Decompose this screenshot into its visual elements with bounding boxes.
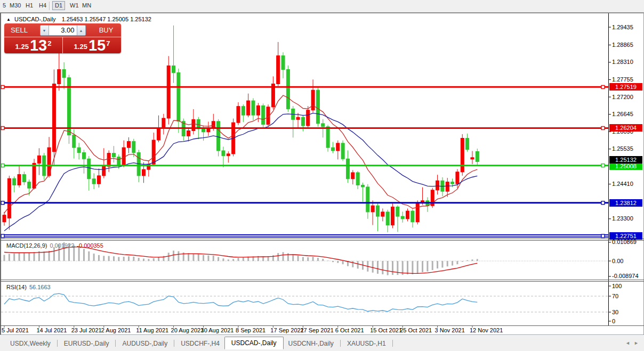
price-line-badge: 1.27519 — [609, 83, 642, 91]
price-axis-tick: 1.28865 — [612, 42, 633, 48]
tab-scroll-right-icon[interactable]: ► — [634, 340, 639, 346]
price-line-badge: 1.26204 — [609, 124, 642, 132]
rsi-value: 56.1663 — [29, 284, 51, 290]
price-line-badge: 1.23812 — [609, 199, 642, 207]
rsi-axis-tick: 30 — [612, 309, 618, 315]
time-axis-tick: 23 Jul 2021 — [71, 327, 102, 333]
rsi-axis-tick: 100 — [612, 283, 622, 289]
time-axis-tick: 8 Sep 2021 — [236, 327, 265, 333]
time-axis-tick: 2 Aug 2021 — [101, 327, 131, 333]
time-axis-tick: 30 Aug 2021 — [201, 327, 234, 333]
volume-increase-button[interactable]: ▲ — [77, 25, 86, 36]
panel-separator[interactable] — [0, 239, 644, 239]
chart-tab-bar: USDX,Weekly EURUSD-,Daily AUDUSD-,Daily … — [0, 336, 644, 351]
tab-usdcnh-daily[interactable]: USDCNH-,Daily — [284, 338, 339, 349]
sell-price-display[interactable]: 1.25 13 2 — [4, 37, 63, 53]
sell-button[interactable]: SELL — [4, 26, 34, 34]
chart-symbol-label: USDCAD-,Daily — [14, 16, 56, 22]
time-axis-tick: 12 Nov 2021 — [470, 327, 503, 333]
sell-price-base: 1.25 — [15, 43, 29, 51]
panel-separator[interactable] — [0, 280, 644, 280]
rsi-axis-tick: 70 — [612, 293, 618, 299]
buy-price-pip: 7 — [106, 39, 110, 47]
macd-name: MACD(12,26,9) — [6, 242, 47, 249]
price-line-badge: 1.25132 — [609, 156, 642, 164]
volume-decrease-button[interactable]: ▼ — [40, 25, 49, 36]
time-axis-tick: 25 Oct 2021 — [400, 327, 432, 333]
sell-price-big: 13 — [30, 38, 47, 52]
time-axis-tick: 3 Nov 2021 — [435, 327, 465, 333]
tab-xauusd-h1[interactable]: XAUUSD-,H1 — [342, 338, 391, 349]
tab-eurusd-daily[interactable]: EURUSD-,Daily — [59, 338, 114, 349]
time-axis-tick: 14 Jul 2021 — [36, 327, 67, 333]
chart-ohlc-values: 1.25453 1.25547 1.25005 1.25132 — [62, 16, 151, 22]
price-axis-tick: 1.29435 — [612, 24, 633, 30]
time-axis-tick: 20 Aug 2021 — [171, 327, 204, 333]
macd-axis-tick: 0.00 — [612, 258, 623, 264]
time-axis-tick: 17 Sep 2021 — [270, 327, 303, 333]
tab-scroll-left-icon[interactable]: ◄ — [625, 340, 630, 346]
price-axis-tick: 1.28310 — [612, 59, 633, 65]
tab-usdchf-h4[interactable]: USDCHF-,H4 — [176, 338, 224, 349]
price-axis-tick: 1.23300 — [612, 215, 633, 222]
macd-indicator-label: MACD(12,26,9)0.001922-0.000355 — [6, 242, 103, 249]
tab-separator — [392, 340, 393, 347]
macd-main-value: 0.001922 — [50, 242, 74, 249]
volume-input[interactable] — [49, 25, 77, 36]
buy-price-big: 15 — [88, 38, 106, 52]
panel-separator[interactable] — [0, 240, 644, 241]
terminal-window: 5 M30 H1 H4 D1 W1 MN ▲ USDCAD-,Daily 1.2… — [0, 0, 644, 351]
time-axis-tick: 27 Sep 2021 — [300, 327, 333, 333]
macd-axis-tick: -0.008974 — [612, 273, 639, 279]
rsi-indicator-label: RSI(14)56.1663 — [6, 284, 51, 290]
tab-usdcad-daily[interactable]: USDCAD-,Daily — [224, 337, 284, 349]
buy-button[interactable]: BUY — [91, 26, 121, 34]
one-click-trading-panel: SELL ▼ ▲ BUY 1.25 13 2 1.25 15 7 — [4, 23, 121, 53]
chart-title: ▲ USDCAD-,Daily 1.25453 1.25547 1.25005 … — [6, 16, 151, 22]
macd-axis-tick: 0.010869 — [612, 239, 637, 245]
rsi-name: RSI(14) — [6, 284, 27, 290]
price-axis-tick: 1.27200 — [612, 94, 633, 100]
buy-price-base: 1.25 — [74, 43, 87, 51]
time-axis-tick: 15 Oct 2021 — [370, 327, 402, 333]
tab-separator — [115, 340, 116, 347]
tab-separator — [174, 340, 174, 347]
time-axis-tick: 5 Jul 2021 — [2, 327, 29, 333]
tab-separator — [57, 340, 58, 347]
time-axis-tick: 6 Oct 2021 — [335, 327, 364, 333]
price-axis-tick: 1.25535 — [612, 145, 633, 152]
collapse-arrow-icon[interactable]: ▲ — [6, 17, 11, 22]
tab-audusd-daily[interactable]: AUDUSD-,Daily — [117, 338, 172, 349]
tab-usdx-weekly[interactable]: USDX,Weekly — [5, 338, 55, 349]
price-axis-tick: 1.24410 — [612, 181, 633, 187]
time-axis-tick: 11 Aug 2021 — [136, 327, 168, 333]
panel-separator — [0, 325, 644, 326]
tab-separator — [340, 340, 341, 347]
rsi-axis-tick: 0 — [612, 318, 615, 324]
price-axis-tick: 1.27755 — [612, 76, 633, 83]
panel-separator[interactable] — [0, 281, 644, 282]
buy-price-display[interactable]: 1.25 15 7 — [63, 37, 121, 53]
sell-price-pip: 2 — [47, 39, 51, 47]
macd-signal-value: -0.000355 — [77, 242, 103, 249]
price-axis-tick: 1.26645 — [612, 111, 633, 117]
